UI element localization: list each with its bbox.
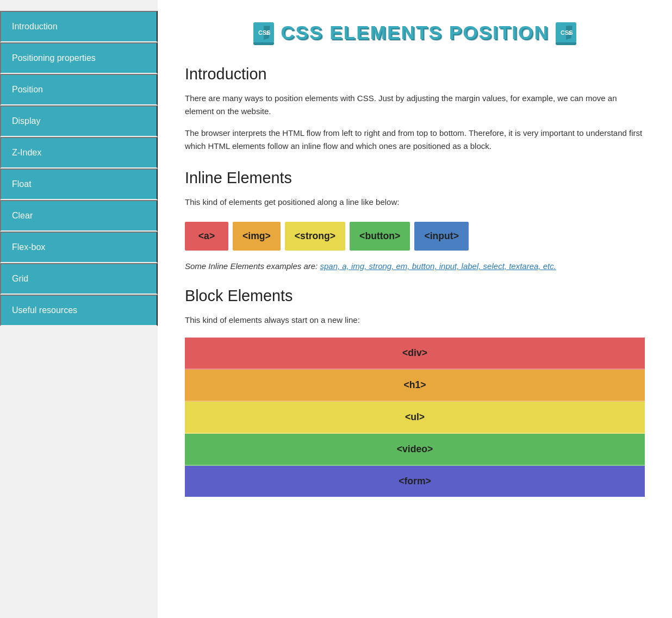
sidebar-item-positioning-properties[interactable]: Positioning properties xyxy=(0,42,158,74)
block-element-0: <div> xyxy=(185,338,645,370)
sidebar-item-introduction[interactable]: Introduction xyxy=(0,11,158,42)
sidebar-item-clear[interactable]: Clear xyxy=(0,200,158,232)
css3-badge-left: CSS 3 xyxy=(253,22,274,43)
intro-para1: There are many ways to position elements… xyxy=(185,92,645,118)
inline-description: This kind of elements get positioned alo… xyxy=(185,196,645,209)
inline-examples-list[interactable]: span, a, img, strong, em, button, input,… xyxy=(320,261,556,271)
page-title: CSS ELEMENTS POSITION xyxy=(281,22,549,43)
intro-para2: The browser interprets the HTML flow fro… xyxy=(185,127,645,153)
inline-heading: Inline Elements xyxy=(185,169,645,187)
block-elements-col: <div><h1><ul><video><form> xyxy=(185,338,645,497)
inline-examples-text: Some Inline Elements examples are: span,… xyxy=(185,261,645,271)
svg-text:CSS: CSS xyxy=(258,29,271,36)
intro-heading: Introduction xyxy=(185,65,645,83)
inline-element-0: <a> xyxy=(185,222,228,251)
sidebar-item-flex-box[interactable]: Flex-box xyxy=(0,232,158,263)
block-section: Block Elements This kind of elements alw… xyxy=(185,287,645,497)
inline-examples-prefix: Some Inline Elements examples are: xyxy=(185,261,320,271)
inline-element-4: <input> xyxy=(414,222,469,251)
css3-badge-right: CSS 3 xyxy=(556,22,576,43)
block-element-1: <h1> xyxy=(185,370,645,402)
sidebar-item-z-index[interactable]: Z-Index xyxy=(0,137,158,168)
block-element-3: <video> xyxy=(185,434,645,466)
sidebar-item-float[interactable]: Float xyxy=(0,168,158,200)
inline-element-2: <strong> xyxy=(285,222,345,251)
sidebar: IntroductionPositioning propertiesPositi… xyxy=(0,0,158,618)
block-element-2: <ul> xyxy=(185,402,645,434)
page-title-row: CSS 3 CSS ELEMENTS POSITION CSS 3 xyxy=(185,22,645,43)
svg-text:3: 3 xyxy=(568,30,571,36)
inline-section: Inline Elements This kind of elements ge… xyxy=(185,169,645,271)
sidebar-item-useful-resources[interactable]: Useful resources xyxy=(0,295,158,326)
svg-text:CSS: CSS xyxy=(561,29,573,36)
svg-text:3: 3 xyxy=(266,30,269,36)
block-element-4: <form> xyxy=(185,466,645,497)
block-description: This kind of elements always start on a … xyxy=(185,314,645,327)
block-heading: Block Elements xyxy=(185,287,645,305)
main-content: CSS 3 CSS ELEMENTS POSITION CSS 3 Introd… xyxy=(158,0,672,618)
inline-element-1: <img> xyxy=(233,222,281,251)
intro-section: Introduction There are many ways to posi… xyxy=(185,65,645,153)
inline-elements-row: <a><img><strong><button><input> xyxy=(185,222,645,251)
inline-element-3: <button> xyxy=(350,222,410,251)
sidebar-item-grid[interactable]: Grid xyxy=(0,263,158,295)
sidebar-item-position[interactable]: Position xyxy=(0,74,158,105)
sidebar-item-display[interactable]: Display xyxy=(0,105,158,137)
